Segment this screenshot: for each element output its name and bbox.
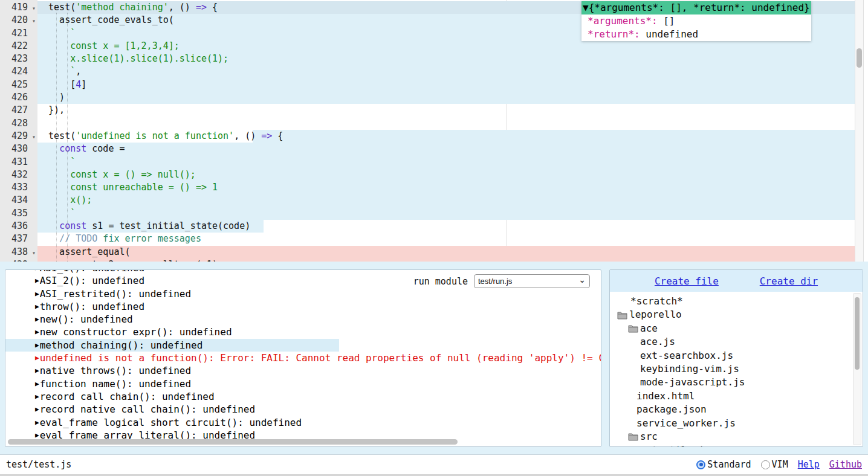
code-line[interactable]: const code = [37, 143, 855, 155]
console-test-row[interactable]: ▶new constructor expr(): undefined [5, 326, 601, 338]
console-test-row[interactable]: ▶method chaining(): undefined [5, 339, 601, 352]
create-file-link[interactable]: Create file [655, 275, 719, 287]
github-link[interactable]: Github [829, 459, 862, 470]
code-line[interactable]: `, [37, 65, 855, 78]
radio-vim-unselected[interactable] [761, 460, 770, 469]
console-test-row[interactable]: ▶native throws(): undefined [5, 364, 601, 377]
code-line[interactable]: const s2 = run_calltree(s1) [37, 259, 855, 262]
expand-arrow-icon[interactable]: ▶ [35, 269, 39, 272]
file-tree-file[interactable]: *scratch* [610, 295, 850, 308]
status-bar: test/test.js Standard VIM Help Github [0, 454, 868, 476]
console-test-row[interactable]: ▶undefined is not a function(): Error: F… [5, 352, 601, 364]
fold-arrow-icon[interactable]: ▾ [32, 246, 36, 259]
code-line[interactable]: }), [37, 104, 855, 117]
run-module-selected-value: test/run.js [478, 277, 512, 286]
tooltip-entry[interactable]: *return*: undefined [581, 28, 811, 41]
code-line[interactable]: const s1 = test_initial_state(code) [37, 220, 855, 233]
code-line[interactable]: // TODO fix error messages [37, 233, 855, 245]
code-line[interactable]: const x = [1,2,3,4]; [37, 40, 855, 53]
fold-arrow-icon[interactable]: ▾ [32, 130, 36, 143]
line-highlight [253, 130, 855, 143]
file-tree-file[interactable]: mode-javascript.js [610, 376, 850, 389]
console-test-row[interactable]: ▶ASI_restrited(): undefined [5, 288, 601, 300]
code-line[interactable]: const unreachable = () => 1 [37, 181, 855, 194]
expand-arrow-icon[interactable]: ▶ [35, 380, 39, 388]
expand-arrow-icon[interactable]: ▶ [35, 393, 39, 400]
console-row-text: ASI_restrited(): undefined [40, 288, 191, 300]
gutter-line-number: 439 [0, 259, 37, 262]
code-line[interactable]: [4] [37, 79, 855, 91]
expand-arrow-icon[interactable]: ▶ [35, 431, 39, 439]
console-hscrollbar-thumb[interactable] [8, 439, 458, 445]
file-tree-file[interactable]: keybinding-vim.js [610, 362, 850, 376]
vim-label: VIM [772, 459, 788, 470]
tooltip-entry[interactable]: *arguments*: [] [581, 14, 811, 28]
console-row-text: undefined is not a function(): Error: FA… [40, 352, 601, 364]
file-tree-file[interactable]: ace.js [610, 335, 850, 349]
gutter-line-number: 419▾ [0, 1, 37, 14]
code-line[interactable]: const x = () => null(); [37, 169, 855, 181]
leporello-app: 419▾420▾421422423424425426427428429▾4304… [0, 0, 868, 476]
indent-guide [56, 13, 57, 262]
filetree-scrollbar-thumb[interactable] [855, 297, 860, 370]
console-test-row[interactable]: ▶eval_frame logical short circuit(): und… [5, 416, 601, 429]
help-link[interactable]: Help [798, 459, 820, 470]
file-name-label: index.html [636, 390, 695, 403]
gutter-line-number: 424 [0, 65, 37, 78]
fold-arrow-icon[interactable]: ▾ [32, 2, 36, 14]
run-module-select[interactable]: test/run.js ⌄ [474, 274, 590, 288]
code-line[interactable]: ` [37, 156, 855, 169]
code-line[interactable]: assert_equal( [37, 246, 855, 259]
console-panel: ▶ASI_1(): undefined▶ASI_2(): undefined▶A… [5, 269, 601, 447]
gutter-line-number: 435 [0, 207, 37, 220]
tooltip-collapsed-summary[interactable]: ▼{*arguments*: [], *return*: undefined} [581, 1, 811, 14]
fold-arrow-icon[interactable]: ▾ [32, 14, 36, 27]
filetree-scrollbar [853, 293, 861, 445]
file-tree-file[interactable]: service_worker.js [610, 417, 850, 430]
gutter-line-number: 422 [0, 40, 37, 53]
code-line[interactable]: x.slice(1).slice(1).slice(1); [37, 53, 855, 65]
file-tree-folder[interactable]: ace [610, 322, 850, 335]
editor-scrollbar-thumb[interactable] [857, 48, 862, 68]
create-dir-link[interactable]: Create dir [760, 275, 818, 287]
code-line[interactable]: x(); [37, 194, 855, 207]
code-editor[interactable]: 419▾420▾421422423424425426427428429▾4304… [0, 0, 868, 262]
indent-guide [67, 13, 68, 262]
console-test-row[interactable]: ▶record native call chain(): undefined [5, 403, 601, 416]
file-tree-folder[interactable]: leporello [610, 308, 850, 321]
expand-arrow-icon[interactable]: ▶ [35, 315, 39, 323]
console-test-row[interactable]: ▶function name(): undefined [5, 378, 601, 390]
file-tree-file[interactable]: ast_utils.js [610, 443, 850, 446]
expand-arrow-icon[interactable]: ▶ [35, 341, 39, 349]
expand-arrow-icon[interactable]: ▶ [35, 405, 39, 413]
file-tree-file[interactable]: ext-searchbox.js [610, 349, 850, 362]
expand-arrow-icon[interactable]: ▶ [35, 290, 39, 298]
file-tree-folder[interactable]: src [610, 430, 850, 443]
console-test-row[interactable]: ▶record call chain(): undefined [5, 390, 601, 403]
expand-arrow-icon[interactable]: ▶ [35, 419, 39, 426]
file-tree-file[interactable]: index.html [610, 390, 850, 403]
expand-arrow-icon[interactable]: ▶ [35, 367, 39, 375]
console-row-text: new(): undefined [40, 314, 133, 325]
current-file-label: test/test.js [6, 459, 71, 470]
code-line[interactable]: ` [37, 207, 855, 220]
keybinding-vim-option[interactable]: VIM [761, 459, 788, 470]
gutter-line-number: 428 [0, 117, 37, 130]
expand-arrow-icon[interactable]: ▶ [35, 303, 39, 310]
file-tree-file[interactable]: package.json [610, 403, 850, 416]
console-row-text: throw(): undefined [40, 301, 144, 312]
expand-arrow-icon[interactable]: ▶ [35, 354, 39, 362]
console-row-text: ASI_2(): undefined [40, 275, 144, 286]
radio-standard-selected[interactable] [696, 460, 705, 469]
gutter-line-number: 426 [0, 91, 37, 104]
keybinding-standard-option[interactable]: Standard [696, 459, 751, 470]
code-line[interactable]: test('undefined is not a function', () =… [37, 130, 855, 143]
gutter-line-number: 438▾ [0, 246, 37, 259]
code-line[interactable]: ) [37, 91, 855, 104]
console-test-row[interactable]: ▶throw(): undefined [5, 300, 601, 313]
file-name-label: service_worker.js [636, 417, 736, 430]
code-line[interactable] [37, 117, 855, 130]
expand-arrow-icon[interactable]: ▶ [35, 277, 39, 285]
expand-arrow-icon[interactable]: ▶ [35, 328, 39, 336]
console-test-row[interactable]: ▶new(): undefined [5, 313, 601, 326]
